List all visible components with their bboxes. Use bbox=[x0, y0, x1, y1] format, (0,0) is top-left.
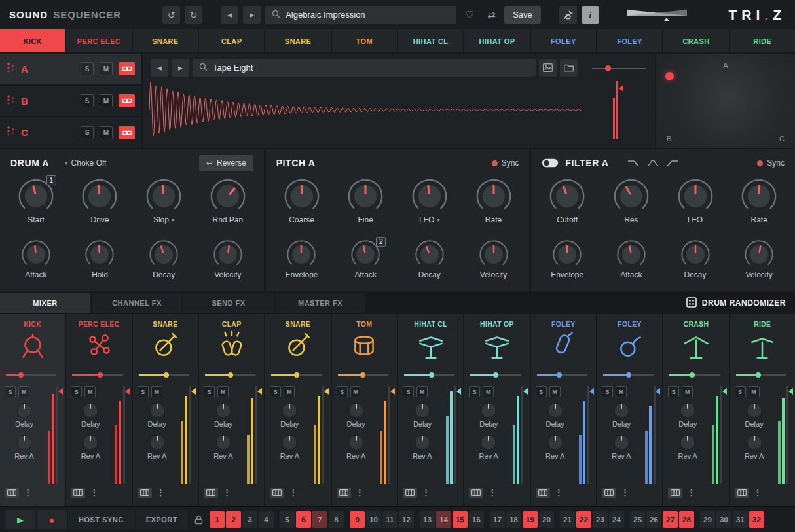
channel-menu-button[interactable]: ⋮ bbox=[555, 488, 563, 498]
sample-preview-button[interactable] bbox=[539, 59, 557, 77]
sample-search[interactable] bbox=[193, 59, 536, 77]
solo-button[interactable]: S bbox=[337, 386, 348, 397]
pad-tab-kick-1[interactable]: KICK bbox=[0, 29, 65, 52]
channel-volume-slider[interactable] bbox=[205, 372, 255, 378]
pad-tab-tom-6[interactable]: TOM bbox=[332, 29, 397, 52]
channel-volume-slider[interactable] bbox=[338, 372, 388, 378]
step-31[interactable]: 31 bbox=[733, 511, 748, 528]
keyboard-button[interactable] bbox=[403, 488, 417, 498]
step-28[interactable]: 28 bbox=[679, 511, 694, 528]
preset-search-input[interactable] bbox=[286, 10, 450, 20]
channel-menu-button[interactable]: ⋮ bbox=[621, 488, 629, 498]
pad-tab-foley-9[interactable]: FOLEY bbox=[531, 29, 596, 52]
step-12[interactable]: 12 bbox=[399, 511, 414, 528]
delay-send-knob[interactable] bbox=[149, 402, 166, 419]
delay-send-knob[interactable] bbox=[414, 402, 431, 419]
fx-tab-send-fx[interactable]: SEND FX bbox=[183, 293, 274, 313]
browse-folder-button[interactable] bbox=[560, 59, 578, 77]
mute-button[interactable]: M bbox=[749, 386, 760, 397]
pan-marker[interactable] bbox=[58, 388, 63, 395]
keyboard-button[interactable] bbox=[602, 488, 616, 498]
step-24[interactable]: 24 bbox=[609, 511, 624, 528]
solo-button[interactable]: S bbox=[71, 386, 82, 397]
knob-drum-a-decay[interactable]: Decay bbox=[149, 239, 179, 291]
fx-tab-master-fx[interactable]: MASTER FX bbox=[275, 293, 365, 313]
mute-button[interactable]: M bbox=[416, 386, 428, 397]
keyboard-button[interactable] bbox=[270, 488, 284, 498]
redo-button[interactable]: ↻ bbox=[185, 6, 202, 24]
keyboard-button[interactable] bbox=[71, 488, 85, 498]
slider-handle[interactable] bbox=[690, 372, 695, 378]
reverb-send-knob[interactable] bbox=[679, 434, 696, 451]
channel-volume-slider[interactable] bbox=[603, 372, 654, 378]
knob-filter-a-res[interactable]: Res bbox=[613, 178, 650, 239]
channel-volume-slider[interactable] bbox=[736, 372, 786, 378]
lowpass-filter-icon[interactable] bbox=[627, 158, 639, 168]
keyboard-button[interactable] bbox=[469, 488, 483, 498]
step-15[interactable]: 15 bbox=[453, 511, 468, 528]
pan-marker[interactable] bbox=[656, 388, 660, 395]
knob-pitch-a-envelope[interactable]: Envelope bbox=[285, 239, 318, 291]
solo-button[interactable]: S bbox=[668, 386, 679, 397]
delay-send-knob[interactable] bbox=[281, 402, 298, 419]
shuffle-button[interactable]: ⇄ bbox=[483, 6, 500, 24]
solo-button[interactable]: S bbox=[602, 386, 613, 397]
solo-button[interactable]: S bbox=[5, 386, 16, 397]
pan-marker[interactable] bbox=[456, 388, 461, 395]
delay-send-knob[interactable] bbox=[215, 402, 232, 419]
pan-marker[interactable] bbox=[191, 388, 196, 395]
step-7[interactable]: 7 bbox=[312, 511, 327, 528]
step-26[interactable]: 26 bbox=[646, 511, 661, 528]
step-27[interactable]: 27 bbox=[663, 511, 678, 528]
keyboard-button[interactable] bbox=[735, 488, 749, 498]
delay-send-knob[interactable] bbox=[613, 402, 630, 419]
preset-search[interactable] bbox=[265, 6, 456, 24]
knob-pitch-a-fine[interactable]: Fine bbox=[347, 178, 384, 239]
channel-menu-button[interactable]: ⋮ bbox=[422, 488, 430, 498]
knob-pitch-a-rate[interactable]: Rate bbox=[475, 178, 512, 239]
layer-link-button[interactable] bbox=[119, 62, 135, 75]
channel-menu-button[interactable]: ⋮ bbox=[223, 488, 231, 498]
slider-handle[interactable] bbox=[626, 372, 631, 378]
channel-menu-button[interactable]: ⋮ bbox=[687, 488, 695, 498]
sample-search-input[interactable] bbox=[213, 63, 529, 73]
record-button[interactable]: ● bbox=[37, 510, 67, 529]
knob-pitch-a-coarse[interactable]: Coarse bbox=[284, 178, 320, 239]
mute-button[interactable]: M bbox=[483, 386, 494, 397]
slider-handle[interactable] bbox=[164, 372, 169, 378]
channel-menu-button[interactable]: ⋮ bbox=[157, 488, 165, 498]
slider-handle[interactable] bbox=[98, 372, 103, 378]
info-button[interactable]: i bbox=[582, 6, 599, 24]
step-11[interactable]: 11 bbox=[382, 511, 398, 528]
pan-marker[interactable] bbox=[390, 388, 395, 395]
mute-button[interactable]: M bbox=[616, 386, 627, 397]
host-sync-button[interactable]: HOST SYNC bbox=[68, 510, 134, 529]
settings-wrench-button[interactable] bbox=[559, 6, 577, 24]
knob-pitch-a-lfo[interactable]: LFO▾ bbox=[411, 178, 448, 239]
channel-volume-slider[interactable] bbox=[470, 372, 521, 378]
channel-menu-button[interactable]: ⋮ bbox=[90, 488, 98, 498]
layer-mute-button[interactable]: M bbox=[100, 94, 113, 107]
drum-randomizer-button[interactable]: DRUM RANDOMIZER bbox=[686, 293, 795, 313]
reverb-send-knob[interactable] bbox=[215, 434, 232, 451]
crossfade-slider[interactable] bbox=[626, 8, 688, 22]
channel-volume-slider[interactable] bbox=[6, 372, 56, 378]
keyboard-button[interactable] bbox=[5, 488, 19, 498]
reverb-send-knob[interactable] bbox=[149, 434, 166, 451]
mute-button[interactable]: M bbox=[682, 386, 693, 397]
knob-filter-a-attack[interactable]: Attack bbox=[616, 239, 646, 291]
save-button[interactable]: Save bbox=[504, 6, 541, 24]
step-17[interactable]: 17 bbox=[490, 511, 505, 528]
step-18[interactable]: 18 bbox=[506, 511, 521, 528]
fx-tab-mixer[interactable]: MIXER bbox=[0, 293, 90, 313]
mute-button[interactable]: M bbox=[151, 386, 162, 397]
play-button[interactable]: ▶ bbox=[5, 510, 35, 529]
step-30[interactable]: 30 bbox=[716, 511, 731, 528]
channel-menu-button[interactable]: ⋮ bbox=[356, 488, 364, 498]
channel-menu-button[interactable]: ⋮ bbox=[289, 488, 297, 498]
knob-drum-a-attack[interactable]: Attack bbox=[21, 239, 51, 291]
delay-send-knob[interactable] bbox=[547, 402, 564, 419]
bandpass-filter-icon[interactable] bbox=[647, 158, 659, 168]
mute-button[interactable]: M bbox=[350, 386, 361, 397]
step-9[interactable]: 9 bbox=[350, 511, 365, 528]
